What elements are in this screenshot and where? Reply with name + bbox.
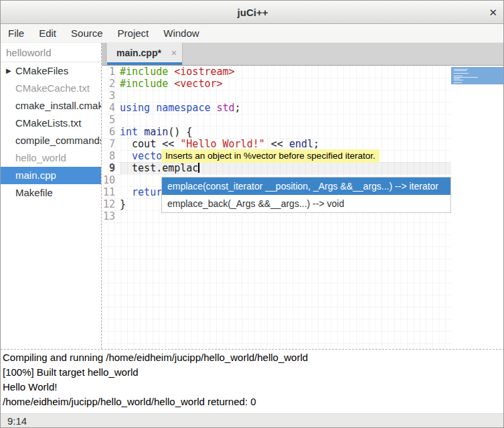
jucipp-window: juCi++ ✕ FileEditSourceProjectWindow hel…	[0, 0, 504, 428]
code-text	[120, 114, 451, 126]
line-number: 1	[102, 66, 120, 78]
minimap-line	[454, 84, 454, 84]
line-number: 10	[102, 174, 120, 186]
minimap-line	[454, 80, 463, 80]
minimap-line	[454, 82, 462, 83]
terminal-line: Hello World!	[3, 380, 504, 395]
code-text: using namespace std;	[120, 102, 451, 114]
minimap-line	[454, 76, 463, 76]
close-icon[interactable]: ✕	[489, 1, 497, 24]
tree-item-cmakelists-txt[interactable]: CMakeLists.txt	[1, 115, 101, 132]
tree-item-label: Makefile	[15, 187, 53, 198]
terminal-line: Compiling and running /home/eidheim/juci…	[3, 350, 504, 365]
tree-item-label: compile_commands.json	[15, 135, 101, 146]
code-text	[120, 90, 451, 102]
tree-item-cmake-install-cmake[interactable]: cmake_install.cmake	[1, 97, 101, 115]
code-line-1[interactable]: 1#include <iostream>	[102, 66, 451, 78]
terminal-output[interactable]: Compiling and running /home/eidheim/juci…	[1, 350, 504, 413]
code-text: test.emplac	[120, 162, 451, 174]
overview-map-slider[interactable]	[451, 67, 504, 84]
line-number: 2	[102, 78, 120, 90]
code-line-6[interactable]: 6int main() {	[102, 126, 451, 138]
minimap-line	[454, 78, 460, 79]
code-text: cout << "Hello World!" << endl;	[120, 138, 451, 150]
tab-main-cpp[interactable]: main.cpp* ×	[107, 43, 183, 65]
tree-item-label: cmake_install.cmake	[15, 100, 101, 111]
text-cursor	[198, 163, 199, 173]
tab-label: main.cpp*	[116, 43, 161, 63]
minimap-line	[454, 77, 478, 78]
minimap-line	[454, 70, 467, 71]
tab-bar-strip	[102, 43, 106, 65]
code-line-3[interactable]: 3	[102, 90, 451, 102]
line-number: 9	[102, 162, 120, 174]
window-title: juCi++	[1, 1, 504, 24]
code-line-9[interactable]: 9 test.emplac	[102, 162, 451, 174]
doc-tooltip: Inserts an object in %vector before spec…	[161, 149, 380, 163]
tree-item-label: main.cpp	[15, 169, 56, 181]
minimap-line	[454, 69, 468, 70]
line-number: 4	[102, 102, 120, 114]
menu-item-window[interactable]: Window	[156, 25, 206, 42]
line-number: 3	[102, 90, 120, 102]
status-bar: 9:14	[1, 413, 504, 428]
tab-bar: main.cpp* ×	[102, 43, 504, 66]
completion-item-0[interactable]: emplace(const_iterator __position, _Args…	[162, 177, 450, 195]
code-text: int main() {	[120, 126, 451, 138]
code-line-5[interactable]: 5	[102, 114, 451, 126]
code-text: #include <iostream>	[120, 66, 451, 78]
tree-item-compile-commands-json[interactable]: compile_commands.json	[1, 132, 101, 149]
expander-icon[interactable]: ▶	[6, 62, 11, 80]
code-line-4[interactable]: 4using namespace std;	[102, 102, 451, 114]
tree-item-hello-world[interactable]: hello_world	[1, 149, 101, 167]
cursor-position: 9:14	[1, 414, 504, 428]
title-bar: juCi++ ✕	[1, 1, 504, 24]
overview-map[interactable]	[451, 66, 504, 349]
menu-item-edit[interactable]: Edit	[31, 25, 64, 42]
line-number: 5	[102, 114, 120, 126]
line-number: 8	[102, 150, 120, 162]
menu-item-file[interactable]: File	[1, 25, 31, 42]
file-tree: helloworld ▶CMakeFilesCMakeCache.txtcmak…	[1, 43, 101, 349]
active-tab-underline	[107, 62, 182, 65]
tree-item-label: CMakeLists.txt	[15, 117, 81, 129]
tab-close-icon[interactable]: ×	[171, 43, 177, 63]
line-number: 7	[102, 138, 120, 150]
code-line-7[interactable]: 7 cout << "Hello World!" << endl;	[102, 138, 451, 150]
menu-item-project[interactable]: Project	[110, 25, 157, 42]
tree-item-cmakecache-txt[interactable]: CMakeCache.txt	[1, 80, 101, 97]
minimap-line	[454, 73, 469, 74]
code-line-2[interactable]: 2#include <vector>	[102, 78, 451, 90]
terminal-line: /home/eidheim/jucipp/hello_world/hello_w…	[3, 395, 504, 409]
line-number: 13	[102, 210, 120, 222]
tree-item-label: CMakeFiles	[15, 65, 68, 76]
line-number: 6	[102, 126, 120, 138]
tree-item-cmakefiles[interactable]: ▶CMakeFiles	[1, 62, 101, 80]
tree-item-main-cpp[interactable]: main.cpp	[1, 167, 101, 184]
code-text: #include <vector>	[120, 78, 451, 90]
menu-item-source[interactable]: Source	[64, 25, 110, 42]
menu-bar: FileEditSourceProjectWindow	[1, 25, 504, 43]
code-editor[interactable]: 1#include <iostream>2#include <vector>34…	[102, 66, 451, 349]
terminal-line: [100%] Built target hello_world	[3, 365, 504, 380]
file-tree-items: ▶CMakeFilesCMakeCache.txtcmake_install.c…	[1, 62, 101, 202]
line-number: 12	[102, 198, 120, 210]
completion-item-1[interactable]: emplace_back(_Args &&__args...) --> void	[162, 195, 450, 212]
completion-popup: emplace(const_iterator __position, _Args…	[161, 177, 451, 213]
tree-item-makefile[interactable]: Makefile	[1, 184, 101, 202]
project-root-label[interactable]: helloworld	[1, 43, 101, 62]
line-number: 11	[102, 186, 120, 198]
tree-item-label: hello_world	[15, 152, 66, 163]
tree-item-label: CMakeCache.txt	[15, 82, 90, 94]
